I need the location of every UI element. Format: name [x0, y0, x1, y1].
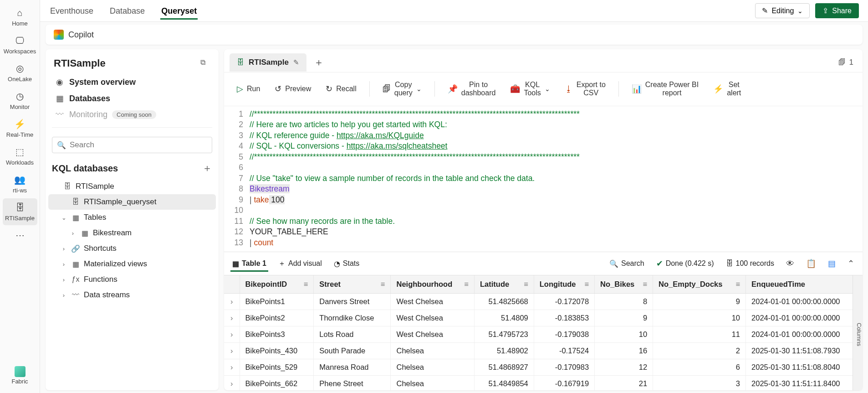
copilot-icon	[54, 30, 64, 40]
clipboard-icon[interactable]: 📋	[804, 258, 818, 269]
row-expand[interactable]: ›	[224, 376, 240, 390]
col-street[interactable]: Street≡	[314, 275, 391, 294]
rail-item-rti-ws[interactable]: 👥rti-ws	[3, 171, 37, 197]
cell: -0.170983	[534, 359, 594, 376]
row-expand[interactable]: ›	[224, 326, 240, 343]
cell: Chelsea	[391, 343, 475, 359]
tree-item-functions[interactable]: ›ƒxFunctions	[48, 272, 216, 287]
results-search-button[interactable]: 🔍Search	[608, 256, 646, 272]
preview-button[interactable]: ↺Preview	[268, 81, 317, 97]
check-icon: ✔	[656, 259, 663, 269]
set-alert-button[interactable]: ⚡Setalert	[707, 78, 747, 100]
cell: Thorndike Close	[314, 310, 391, 326]
editor-code[interactable]: //**************************************…	[250, 109, 863, 248]
row-expand[interactable]: ›	[224, 310, 240, 326]
cell: BikePoints1	[240, 294, 314, 310]
rail-item-monitor[interactable]: ◷Monitor	[3, 87, 37, 114]
add-visual-button[interactable]: ＋Add visual	[276, 255, 324, 272]
tree-item-rtisample[interactable]: 🗄RTISample	[48, 179, 216, 194]
row-expand[interactable]: ›	[224, 343, 240, 359]
sidebar-search[interactable]: 🔍	[52, 137, 212, 153]
cell: West Chelsea	[391, 310, 475, 326]
table-row[interactable]: ›BikePoints2Thorndike CloseWest Chelsea5…	[224, 310, 863, 326]
rail-item-workloads[interactable]: ⬚Workloads	[3, 143, 37, 170]
results-table-tab[interactable]: ▦Table 1	[230, 256, 268, 272]
rail-item-real-time[interactable]: ⚡Real-Time	[3, 115, 37, 142]
col-menu-icon[interactable]: ≡	[304, 280, 308, 289]
tree-item-rtisample_queryset[interactable]: 🗄RTISample_queryset	[48, 194, 216, 210]
tree-item-shortcuts[interactable]: ›🔗Shortcuts	[48, 241, 216, 256]
nav-icon: ◉	[55, 77, 65, 87]
export-csv-button[interactable]: ⭳Export toCSV	[558, 78, 612, 100]
row-expand[interactable]: ›	[224, 359, 240, 376]
col-enqueuedtime[interactable]: EnqueuedTime≡	[746, 275, 863, 294]
sidebar-nav-system-overview[interactable]: ◉System overview	[50, 74, 214, 90]
col-no_empty_docks[interactable]: No_Empty_Docks≡	[653, 275, 746, 294]
table-row[interactable]: ›BikePoints3Lots RoadWest Chelsea51.4795…	[224, 326, 863, 343]
editing-mode-button[interactable]: ✎ Editing	[755, 3, 810, 18]
tree-item-data-streams[interactable]: ›〰Data streams	[48, 287, 216, 303]
kql-tools-button[interactable]: 🧰KQLTools	[504, 78, 556, 100]
rail-item-home[interactable]: ⌂Home	[3, 4, 37, 31]
rail-fabric[interactable]: Fabric	[3, 363, 37, 388]
columns-rail[interactable]: Columns	[853, 275, 863, 390]
col-latitude[interactable]: Latitude≡	[475, 275, 534, 294]
rail-item-rtisample[interactable]: 🗄RTISample	[3, 198, 37, 225]
col-menu-icon[interactable]: ≡	[464, 280, 469, 289]
alert-label2: alert	[727, 89, 741, 97]
stats-tab[interactable]: ◔Stats	[332, 256, 361, 272]
search-input[interactable]	[69, 140, 207, 150]
col-no_bikes[interactable]: No_Bikes≡	[595, 275, 653, 294]
collapse-icon[interactable]: ⌃	[846, 258, 856, 269]
col-menu-icon[interactable]: ≡	[584, 280, 589, 289]
database-icon: 🗄	[237, 58, 244, 67]
rail-item-workspaces[interactable]: 🖵Workspaces	[3, 31, 37, 58]
results-grid[interactable]: BikepointID≡Street≡Neighbourhood≡Latitud…	[224, 275, 863, 390]
col-menu-icon[interactable]: ≡	[735, 280, 740, 289]
crumb-database[interactable]: Database	[109, 2, 146, 20]
rename-tab-icon[interactable]: ✎	[293, 58, 299, 67]
add-database-button[interactable]: ＋	[202, 161, 212, 175]
table-row[interactable]: ›BikePoints1Danvers StreetWest Chelsea51…	[224, 294, 863, 310]
share-button[interactable]: ⇪ Share	[815, 3, 859, 18]
col-longitude[interactable]: Longitude≡	[534, 275, 594, 294]
pin-icon[interactable]: ⧉	[200, 58, 210, 68]
table-row[interactable]: ›BikePoints_529Manresa RoadChelsea51.486…	[224, 359, 863, 376]
copilot-bar[interactable]: Copilot	[46, 25, 863, 45]
export-icon: ⭳	[565, 84, 573, 94]
real-time-icon: ⚡	[14, 118, 26, 130]
table-row[interactable]: ›BikePoints_662Phene StreetChelsea51.484…	[224, 376, 863, 390]
query-editor[interactable]: 12345678910111213 //********************…	[224, 106, 863, 252]
copilot-label: Copilot	[68, 30, 94, 40]
crumb-queryset[interactable]: Queryset	[160, 2, 198, 20]
col-menu-icon[interactable]: ≡	[381, 280, 385, 289]
table-row[interactable]: ›BikePoints_430South ParadeChelsea51.489…	[224, 343, 863, 359]
query-tab[interactable]: 🗄 RTISample ✎	[230, 53, 306, 72]
col-menu-icon[interactable]: ≡	[524, 280, 528, 289]
cell: 51.4868927	[475, 359, 534, 376]
left-rail: ⌂Home🖵Workspaces◎OneLake◷Monitor⚡Real-Ti…	[0, 0, 40, 393]
preview-eye-icon[interactable]: 👁	[784, 258, 796, 269]
col-neighbourhood[interactable]: Neighbourhood≡	[391, 275, 475, 294]
copy-query-button[interactable]: 🗐Copyquery	[376, 78, 428, 100]
recall-button[interactable]: ↻Recall	[319, 81, 363, 97]
run-button[interactable]: ▷Run	[230, 81, 266, 97]
add-tab-button[interactable]: ＋	[309, 53, 328, 72]
rail-fabric-label: Fabric	[11, 378, 28, 385]
col-menu-icon[interactable]: ≡	[643, 280, 647, 289]
row-expand[interactable]: ›	[224, 294, 240, 310]
crumb-eventhouse[interactable]: Eventhouse	[49, 2, 94, 20]
sidebar-nav-databases[interactable]: ▦Databases	[50, 90, 214, 107]
pin-dashboard-button[interactable]: 📌Pin todashboard	[441, 78, 502, 100]
create-powerbi-button[interactable]: 📊Create Power BIreport	[625, 78, 705, 100]
rail-item-onelake[interactable]: ◎OneLake	[3, 59, 37, 86]
tree-item-tables[interactable]: ⌄▦Tables	[48, 210, 216, 225]
tree-item-bikestream[interactable]: ›▦Bikestream	[48, 225, 216, 241]
rail-more[interactable]: ⋯	[3, 226, 37, 245]
col-bikepointid[interactable]: BikepointID≡	[240, 275, 314, 294]
layout-icon[interactable]: ▤	[826, 258, 837, 269]
tree-item-materialized-views[interactable]: ›▦Materialized views	[48, 256, 216, 272]
col-label: Longitude	[540, 280, 576, 288]
play-icon: ▷	[237, 84, 243, 94]
caret-icon: ›	[60, 261, 67, 268]
